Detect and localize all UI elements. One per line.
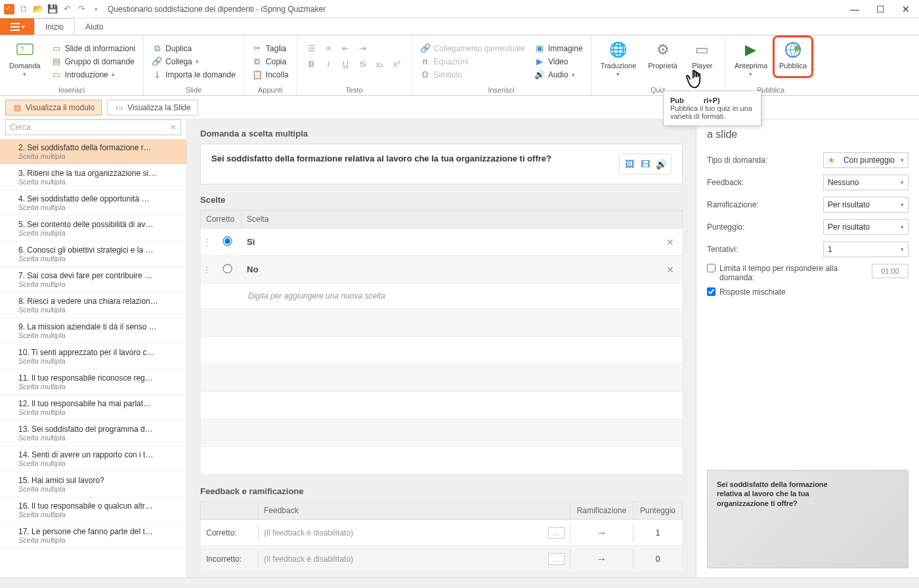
list-item[interactable]: 17. Le persone che fanno parte del t…Sce… [0,523,186,549]
view-toggle-row: ▤Visualizza il modulo ▭Visualizza la Sli… [0,96,919,119]
close-icon[interactable]: ✕ [902,4,910,14]
tab-inizio[interactable]: Inizio [34,18,75,35]
tipo-domanda-select[interactable]: ★Con punteggio [823,152,908,168]
domanda-button[interactable]: ? Domanda▾ [5,38,45,85]
outdent-icon[interactable]: ⇤ [342,43,349,53]
maximize-icon[interactable]: ☐ [876,4,885,14]
list-item[interactable]: 4. Sei soddisfatto delle opportunità …Sc… [0,190,186,216]
duplica-button[interactable]: ⧉Duplica [149,43,238,54]
list-item[interactable]: 11. Il tuo responsabile riconosce reg…Sc… [0,369,186,395]
incolla-button[interactable]: 📋Incolla [249,69,291,81]
drag-handle-icon[interactable]: ⋮ [201,264,213,275]
feedback-select[interactable]: Nessuno [823,175,908,190]
drag-handle-icon[interactable]: ⋮ [201,237,213,247]
strike-icon[interactable]: S [360,59,366,69]
open-icon[interactable]: 📂 [33,4,43,14]
save-icon[interactable]: 💾 [47,4,58,14]
file-tab[interactable]: ▾ [0,18,34,35]
ramificazione-select[interactable]: Per risultato [823,197,908,213]
question-text[interactable]: Sei soddisfatto della formazione relativ… [211,154,619,163]
underline-icon[interactable]: U [343,59,349,69]
bold-icon[interactable]: B [309,59,314,69]
proprieta-button[interactable]: ⚙Proprietà [644,38,681,85]
equation-icon: π [420,56,431,67]
add-audio-icon[interactable]: 🔊 [654,157,668,171]
numbering-icon[interactable]: ≡ [326,43,331,53]
fb-text[interactable]: (Il feedback è disabilitato) [264,555,353,564]
list-item[interactable]: 2. Sei soddisfatto della formazione r…Sc… [0,139,186,165]
player-button[interactable]: ▭Player [685,38,719,85]
fb-branch-icon[interactable]: → [570,523,633,543]
bottom-scrollbar[interactable] [0,578,919,588]
list-item[interactable]: 15. Hai amici sul lavoro?Scelta multipla [0,472,186,497]
list-item[interactable]: 16. Il tuo responsabile o qualcun altr…S… [0,497,186,523]
list-item[interactable]: 7. Sai cosa devi fare per contribuire …S… [0,267,186,293]
anteprima-button[interactable]: ▶Anteprima▾ [731,38,771,85]
search-input[interactable]: Cerca ✕ [5,119,181,135]
list-item[interactable]: 8. Riesci a vedere una chiara relazion…S… [0,293,186,318]
fb-edit-button[interactable]: … [548,553,565,565]
fb-score[interactable]: 0 [633,551,682,568]
slide-info-button[interactable]: ▭Slide di informazioni [49,43,138,54]
fb-score[interactable]: 1 [633,524,682,541]
list-item[interactable]: 6. Conosci gli obiettivi strategici e la… [0,242,186,267]
list-item[interactable]: 3. Ritieni che la tua organizzazione si…… [0,165,186,190]
add-choice-placeholder[interactable]: Digita per aggiungere una nuova scelta [200,284,683,309]
video-button[interactable]: ▶Video [532,56,586,68]
list-item[interactable]: 13. Sei soddisfatto del programma d…Scel… [0,421,186,446]
subscript-icon[interactable]: x₂ [376,59,384,69]
superscript-icon[interactable]: x² [393,59,400,69]
pubblica-button[interactable]: Pubblica [775,38,811,85]
correct-radio[interactable] [223,264,232,273]
delete-choice-icon[interactable]: ✕ [658,264,682,275]
question-list[interactable]: 2. Sei soddisfatto della formazione r…Sc… [0,139,186,578]
gruppo-domande-button[interactable]: ▤Gruppo di domande [49,56,138,68]
undo-icon[interactable]: ↶ [62,4,72,14]
slide-preview[interactable]: Sei soddisfatto della formazione relativ… [707,470,908,568]
choice-row[interactable]: ⋮ No ✕ [200,256,683,284]
bullets-icon[interactable]: ☰ [308,43,316,53]
fb-branch-icon[interactable]: → [570,549,633,569]
audio-button[interactable]: 🔊Audio [532,69,586,81]
tab-aiuto[interactable]: Aiuto [75,18,114,35]
slide-preview-text: Sei soddisfatto della formazione relativ… [717,480,828,508]
list-item[interactable]: 14. Senti di avere un rapporto con i t…S… [0,446,186,472]
redo-icon[interactable]: ↷ [76,4,87,14]
immagine-button[interactable]: ▣Immagine [532,43,586,54]
fb-edit-button[interactable]: … [548,527,565,539]
copia-button[interactable]: ⧉Copia [249,56,291,68]
limita-tempo-checkbox[interactable] [707,264,716,272]
limita-tempo-value[interactable]: 01:00 [872,264,908,278]
minimize-icon[interactable]: — [850,4,859,14]
simbolo-button[interactable]: ΩSimbolo [417,69,528,81]
delete-choice-icon[interactable]: ✕ [658,237,682,247]
introduzione-button[interactable]: ▭Introduzione [49,69,138,81]
traduzione-button[interactable]: 🌐Traduzione▾ [597,38,641,85]
list-item[interactable]: 9. La mission aziendale ti dà il senso …… [0,318,186,344]
hyperlink-button[interactable]: 🔗Collegamento ipertestuale [417,43,528,54]
add-video-icon[interactable]: 🎞 [638,157,652,171]
collega-button[interactable]: 🔗Collega [149,56,238,68]
list-item[interactable]: 5. Sei contento delle possibilità di av…… [0,216,186,242]
importa-button[interactable]: ⤓Importa le domande [149,69,238,81]
choice-text[interactable]: No [242,264,658,274]
choice-row[interactable]: ⋮ Sì ✕ [200,228,683,256]
choice-text[interactable]: Sì [242,237,658,247]
taglia-button[interactable]: ✂Taglia [249,43,291,54]
view-slide-button[interactable]: ▭Visualizza la Slide [107,100,198,116]
list-item[interactable]: 12. Il tuo responsabile ha mai parlat…Sc… [0,395,186,421]
new-doc-icon[interactable]: 🗋 [18,4,29,14]
qat-dropdown-icon[interactable]: ▾ [91,4,101,14]
add-image-icon[interactable]: 🖼 [622,157,637,171]
fb-text[interactable]: (Il feedback è disabilitato) [264,528,353,537]
correct-radio[interactable] [223,236,232,245]
indent-icon[interactable]: ⇥ [359,43,366,53]
tentativi-select[interactable]: 1 [823,242,908,257]
clear-search-icon[interactable]: ✕ [170,123,177,132]
risposte-mischiate-checkbox[interactable] [707,287,716,296]
punteggio-select[interactable]: Per risultato [823,219,908,235]
equazioni-button[interactable]: πEquazioni [417,56,528,68]
italic-icon[interactable]: I [328,59,330,69]
view-modulo-button[interactable]: ▤Visualizza il modulo [5,100,102,116]
list-item[interactable]: 10. Ti senti apprezzato per il lavoro c…… [0,344,186,369]
